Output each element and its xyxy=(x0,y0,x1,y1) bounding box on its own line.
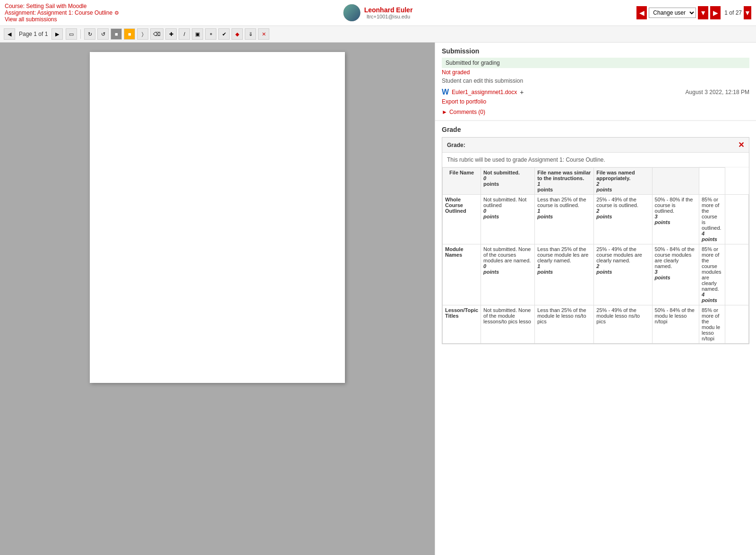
next-page-button[interactable]: ▶ xyxy=(52,28,63,40)
color2-button[interactable]: ■ xyxy=(124,28,135,40)
top-right: ◀ Change user ▼ ▶ 1 of 27 ▼ xyxy=(636,6,751,19)
score-cell-lesson-titles[interactable] xyxy=(725,305,748,344)
cursor-button[interactable]: ⌫ xyxy=(150,28,163,40)
refresh-button[interactable]: ↻ xyxy=(84,28,95,40)
submitted-badge: Submitted for grading xyxy=(442,58,749,68)
level-85plus: 85% or more of the course is outlined.4p… xyxy=(699,195,725,244)
view-all-link[interactable]: View all submissions xyxy=(5,16,636,23)
level-les-50-84: 50% - 84% of the modu le lesso n/topi xyxy=(652,305,699,344)
comments-label[interactable]: Comments (0) xyxy=(449,109,485,115)
zoom-in-button[interactable]: ✚ xyxy=(165,28,177,40)
level-les-lt25: Less than 25% of the module le lesso ns/… xyxy=(535,305,594,344)
file-date: August 3 2022, 12:18 PM xyxy=(686,89,749,95)
level-mod-25-49: 25% - 49% of the course modules are clea… xyxy=(594,244,652,305)
row-module-names: Module Names Not submitted. None of the … xyxy=(443,244,749,305)
expand-icon: ► xyxy=(442,109,447,115)
color-button[interactable]: ■ xyxy=(111,28,122,40)
toolbar-sep-1 xyxy=(80,29,81,39)
add-file-icon[interactable]: + xyxy=(520,88,524,96)
submission-title: Submission xyxy=(442,47,749,55)
rubric-close-button[interactable]: ✕ xyxy=(738,140,744,149)
col-empty xyxy=(652,168,699,195)
main-content: Submission Submitted for grading Not gra… xyxy=(0,43,756,555)
gear-icon[interactable]: ⚙ xyxy=(114,10,119,16)
fit-width-button[interactable]: ▭ xyxy=(66,28,77,40)
download-button[interactable]: ⇓ xyxy=(245,28,256,40)
col-0pts: Not submitted.0points xyxy=(481,168,535,195)
ellipse-button[interactable]: ⚬ xyxy=(205,28,216,40)
level-not-submitted: Not submitted. Not outlined0points xyxy=(481,195,535,244)
rubric-popup: Grade: ✕ This rubric will be used to gra… xyxy=(442,137,749,344)
rect-button[interactable]: ▣ xyxy=(192,28,203,40)
top-center: Leonhard Euler ltrc+1001@isu.edu xyxy=(344,4,413,21)
change-user-select[interactable]: Change user xyxy=(649,8,696,18)
level-mod-not-submitted: Not submitted. None of the courses modul… xyxy=(481,244,535,305)
user-info: Leonhard Euler ltrc+1001@isu.edu xyxy=(364,6,413,19)
student-edit-label: Student can edit this submission xyxy=(442,78,749,84)
rubric-title: Grade: xyxy=(447,142,465,148)
rubric-description: This rubric will be used to grade Assign… xyxy=(442,153,749,167)
draw-button[interactable]: / xyxy=(179,28,190,40)
page-label: Page 1 of 1 xyxy=(17,31,50,37)
level-25-49: 25% - 49% of the course is outlined.2poi… xyxy=(594,195,652,244)
stamp-button[interactable]: ✔ xyxy=(218,28,230,40)
score-cell-filename[interactable] xyxy=(699,168,725,195)
user-email: ltrc+1001@isu.edu xyxy=(364,14,413,19)
level-les-not-submitted: Not submitted. None of the module lesson… xyxy=(481,305,535,344)
level-les-85plus: 85% or more of the modu le lesso n/topi xyxy=(699,305,725,344)
counter-dropdown-btn[interactable]: ▼ xyxy=(744,6,751,19)
level-mod-lt25: Less than 25% of the course module les a… xyxy=(535,244,594,305)
export-link[interactable]: Export to portfolio xyxy=(442,98,486,105)
submission-header: Submission Submitted for grading Not gra… xyxy=(435,43,756,121)
grade-section: Grade Grade: ✕ This rubric will be used … xyxy=(435,121,756,354)
col-2pts: File was named appropriately.2points xyxy=(594,168,652,195)
highlight-button[interactable]: ◆ xyxy=(232,28,243,40)
doc-page xyxy=(90,52,345,383)
rubric-table: File Name Not submitted.0points File nam… xyxy=(442,167,749,344)
level-mod-85plus: 85% or more of the course modules are cl… xyxy=(699,244,725,305)
criterion-lesson-titles: Lesson/Topic Titles xyxy=(443,305,481,344)
level-lt25: Less than 25% of the course is outlined.… xyxy=(535,195,594,244)
col-criterion: File Name xyxy=(443,168,481,195)
row-whole-course: Whole Course Outlined Not submitted. Not… xyxy=(443,195,749,244)
prev-page-button[interactable]: ◀ xyxy=(4,28,15,40)
change-user-dropdown-btn[interactable]: ▼ xyxy=(698,6,708,19)
doc-viewer xyxy=(0,43,435,555)
criterion-module-names: Module Names xyxy=(443,244,481,305)
level-mod-50-84: 50% - 84% of the course modules are clea… xyxy=(652,244,699,305)
doc-toolbar: ◀ Page 1 of 1 ▶ ▭ ↻ ↺ ■ ■ 〉 ⌫ ✚ / ▣ ⚬ ✔ … xyxy=(0,26,756,43)
col-1pt: File name was similar to the instruction… xyxy=(535,168,594,195)
user-counter: 1 of 27 xyxy=(724,9,742,16)
user-name: Leonhard Euler xyxy=(364,6,413,14)
redo-button[interactable]: ↺ xyxy=(97,28,109,40)
submission-panel: Submission Submitted for grading Not gra… xyxy=(435,43,756,555)
score-cell-whole-course[interactable] xyxy=(725,195,748,244)
row-lesson-titles: Lesson/Topic Titles Not submitted. None … xyxy=(443,305,749,344)
top-left: Course: Setting Sail with Moodle Assignm… xyxy=(5,3,636,23)
course-link[interactable]: Course: Setting Sail with Moodle xyxy=(5,3,636,9)
word-icon: W xyxy=(442,88,449,96)
grade-title: Grade xyxy=(442,126,749,133)
comments-row[interactable]: ► Comments (0) xyxy=(442,109,749,115)
level-50-80: 50% - 80% if the course is outlined.3poi… xyxy=(652,195,699,244)
avatar-image xyxy=(344,4,361,21)
file-row: W Euler1_assignmnet1.docx + August 3 202… xyxy=(442,88,749,96)
level-les-25-49: 25% - 49% of the module lesso ns/to pics xyxy=(594,305,652,344)
close-button[interactable]: ✕ xyxy=(258,28,269,40)
top-bar: Course: Setting Sail with Moodle Assignm… xyxy=(0,0,756,26)
avatar xyxy=(344,4,361,21)
assignment-link[interactable]: Assignment: Assignment 1: Course Outline xyxy=(5,9,112,16)
hand-tool-button[interactable]: 〉 xyxy=(137,28,148,40)
rubric-popup-header: Grade: ✕ xyxy=(442,138,749,153)
score-cell-module-names[interactable] xyxy=(725,244,748,305)
not-graded-label: Not graded xyxy=(442,69,749,76)
prev-user-button[interactable]: ◀ xyxy=(636,6,647,19)
next-user-button[interactable]: ▶ xyxy=(710,6,721,19)
criterion-whole-course: Whole Course Outlined xyxy=(443,195,481,244)
file-link[interactable]: Euler1_assignmnet1.docx xyxy=(452,89,517,95)
